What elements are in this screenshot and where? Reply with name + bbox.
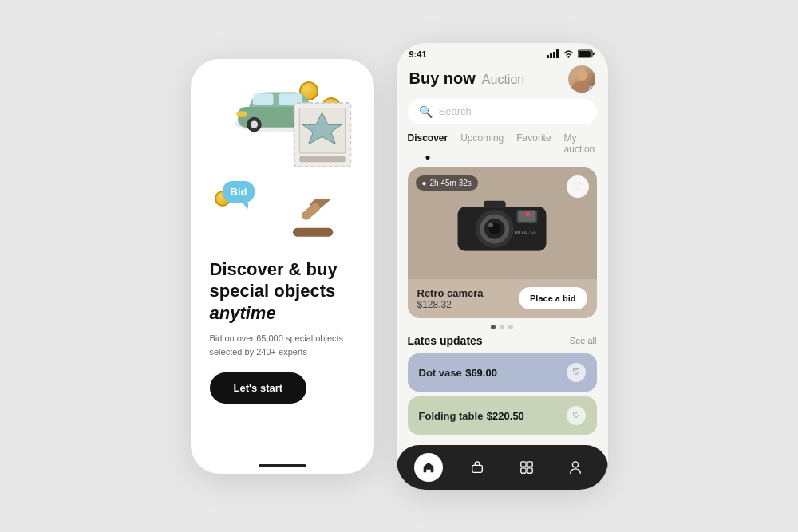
place-bid-button[interactable]: Place a bid (519, 287, 587, 309)
update-item-1: Folding table $220.50 ♡ (408, 396, 597, 435)
timer-text: 2h 45m 32s (430, 179, 472, 187)
avatar-status-dot (589, 86, 595, 93)
gavel-icon (286, 199, 342, 242)
nav-shop-icon[interactable] (463, 453, 492, 482)
tab-favorite[interactable]: Favorite (516, 132, 551, 158)
updates-section-header: Lates updates See all (397, 334, 608, 347)
timer-badge: ● 2h 45m 32s (416, 175, 478, 191)
stamp-icon (290, 99, 354, 171)
item-price: $128.32 (417, 299, 484, 310)
svg-point-32 (488, 223, 493, 227)
status-icons (547, 49, 595, 58)
left-phone: Bid Discover & buy special objects anyti… (191, 59, 374, 474)
wifi-icon (563, 49, 575, 58)
illustration-area: Bid (207, 75, 358, 250)
svg-rect-23 (579, 51, 591, 57)
bid-bubble: Bid (223, 181, 255, 203)
svg-rect-14 (292, 227, 332, 236)
svg-point-37 (526, 211, 531, 216)
home-indicator (259, 464, 306, 467)
svg-point-43 (572, 461, 578, 467)
lets-start-button[interactable]: Let's start (210, 372, 307, 404)
auction-card: ● 2h 45m 32s ♡ HOYA-Se (408, 167, 597, 318)
card-heart-button[interactable]: ♡ (567, 175, 589, 198)
signal-icon (547, 49, 559, 58)
carousel-dots (397, 325, 608, 329)
status-bar: 9:41 (397, 43, 608, 62)
nav-person-icon[interactable] (561, 453, 590, 482)
title-connector: & buy (283, 259, 337, 279)
svg-rect-8 (236, 111, 247, 116)
user-avatar[interactable] (568, 65, 595, 93)
svg-rect-2 (252, 93, 273, 105)
camera-illustration: HOYA-Se (454, 191, 550, 255)
update-heart-1[interactable]: ♡ (567, 406, 586, 425)
right-phone: 9:41 Bu (397, 43, 608, 490)
dot-3[interactable] (508, 325, 513, 329)
svg-rect-42 (527, 467, 532, 472)
tab-upcoming[interactable]: Upcoming (460, 132, 504, 158)
svg-rect-20 (556, 49, 559, 58)
update-name-1: Folding table (419, 410, 484, 422)
update-item-0: Dot vase $69.00 ♡ (408, 353, 597, 392)
svg-point-24 (576, 69, 587, 81)
search-icon: 🔍 (419, 105, 433, 118)
update-name-0: Dot vase (419, 367, 462, 379)
dot-1[interactable] (491, 325, 496, 329)
timer-dot: ● (422, 179, 427, 187)
card-image-area: ● 2h 45m 32s ♡ HOYA-Se (408, 167, 597, 279)
svg-rect-41 (520, 467, 525, 472)
buy-now-label[interactable]: Buy now (409, 69, 476, 88)
svg-point-21 (567, 56, 569, 57)
nav-home-icon[interactable] (414, 453, 443, 482)
svg-point-25 (572, 81, 591, 93)
card-bottom: Retro camera $128.32 Place a bid (408, 279, 597, 318)
title-anytime: anytime (210, 303, 276, 323)
auction-tab-label[interactable]: Auction (482, 73, 524, 87)
nav-grid-icon[interactable] (512, 453, 541, 482)
svg-rect-35 (484, 200, 506, 207)
tab-my-auction[interactable]: My auction (564, 132, 597, 158)
app-header: Buy now Auction (397, 62, 608, 99)
update-heart-0[interactable]: ♡ (567, 363, 586, 382)
header-titles: Buy now Auction (409, 69, 525, 88)
update-price-1: $220.50 (487, 410, 524, 422)
svg-rect-39 (520, 461, 525, 466)
subtitle-text: Bid on over 65,000 special objects selec… (210, 332, 355, 358)
bottom-nav (397, 445, 608, 490)
svg-rect-19 (553, 52, 555, 58)
item-name: Retro camera (417, 287, 484, 299)
dot-2[interactable] (500, 325, 504, 329)
svg-rect-13 (299, 156, 345, 162)
nav-tabs: Discover Upcoming Favorite My auction (397, 132, 608, 158)
left-text-area: Discover & buy special objects anytime B… (207, 258, 358, 359)
svg-rect-40 (527, 461, 532, 466)
update-info-0: Dot vase $69.00 (419, 365, 497, 380)
svg-point-5 (250, 120, 257, 128)
svg-rect-17 (547, 55, 549, 58)
title-discover: Discover (210, 259, 284, 279)
battery-icon (578, 49, 595, 58)
time-display: 9:41 (409, 49, 427, 59)
tab-discover[interactable]: Discover (408, 132, 448, 158)
svg-rect-18 (550, 53, 552, 58)
see-all-link[interactable]: See all (570, 336, 597, 345)
update-info-1: Folding table $220.50 (419, 408, 524, 423)
update-price-0: $69.00 (465, 367, 497, 379)
title-special: special objects (210, 281, 336, 301)
svg-rect-38 (472, 465, 483, 472)
card-item-info: Retro camera $128.32 (417, 287, 484, 310)
search-input[interactable]: Search (439, 105, 472, 117)
svg-text:HOYA-Se: HOYA-Se (515, 230, 536, 236)
search-bar[interactable]: 🔍 Search (408, 99, 597, 124)
updates-title: Lates updates (408, 334, 483, 347)
